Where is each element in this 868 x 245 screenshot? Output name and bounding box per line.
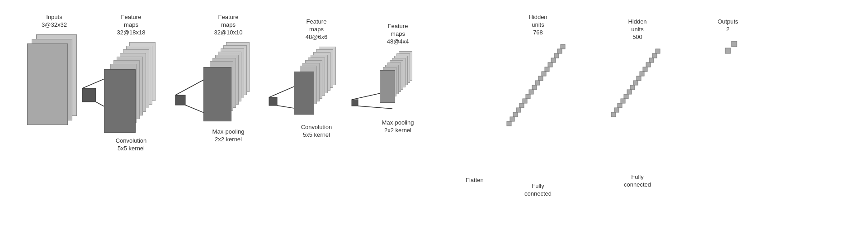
- svg-rect-17: [545, 67, 549, 72]
- fc1-label-top: Hiddenunits768: [528, 14, 547, 37]
- svg-rect-28: [510, 117, 514, 121]
- pool2-label-bottom: Max-pooling2x2 kernel: [382, 119, 414, 135]
- svg-rect-26: [516, 108, 521, 112]
- svg-rect-32: [649, 58, 654, 62]
- flatten-layer: Flatten: [466, 172, 484, 184]
- fc1-layer: Hiddenunits768: [506, 14, 570, 197]
- pool1-label-bottom: Max-pooling2x2 kernel: [212, 128, 245, 144]
- svg-rect-37: [633, 81, 638, 85]
- conv1-layer: Featuremaps32@18x18 Convolution5x5 kerne…: [104, 14, 158, 152]
- svg-rect-36: [637, 76, 641, 81]
- svg-rect-25: [519, 103, 524, 108]
- inputs-layer: Inputs3@32x32: [27, 14, 81, 125]
- conv1-label-bottom: Convolution5x5 kernel: [116, 137, 147, 153]
- svg-rect-42: [618, 103, 622, 108]
- fc2-units-svg: [610, 47, 665, 169]
- fc2-label-bottom: Fullyconnected: [624, 173, 651, 189]
- pool2-layer: Featuremaps48@4x4 Max-pooling2x2 kernel: [380, 23, 416, 134]
- conv2-layer: Featuremaps48@6x6 Convolution5x5 kernel: [294, 18, 339, 139]
- svg-rect-34: [643, 67, 647, 72]
- svg-rect-13: [557, 49, 562, 53]
- flatten-label: Flatten: [466, 177, 484, 184]
- pool2-label-top: Featuremaps48@4x4: [387, 23, 409, 46]
- fc1-label-bottom: Fullyconnected: [524, 183, 552, 198]
- svg-rect-22: [529, 90, 533, 94]
- svg-rect-16: [548, 62, 552, 67]
- svg-rect-9: [352, 100, 358, 106]
- svg-rect-14: [554, 53, 559, 58]
- outputs-units-svg: [714, 39, 741, 75]
- fc2-label-top: Hiddenunits500: [628, 18, 646, 41]
- svg-rect-15: [551, 58, 556, 62]
- svg-rect-31: [652, 53, 657, 58]
- svg-rect-43: [614, 108, 619, 112]
- pool2-map-1: [380, 70, 395, 103]
- svg-rect-29: [507, 121, 511, 126]
- svg-rect-30: [656, 49, 660, 53]
- pool1-label-top: Featuremaps32@10x10: [214, 14, 242, 37]
- svg-rect-45: [731, 41, 737, 47]
- conv1-label-top: Featuremaps32@18x18: [117, 14, 145, 37]
- svg-rect-39: [627, 90, 632, 94]
- pool1-layer: Featuremaps32@10x10 Max-pooling2x2 kerne…: [203, 14, 253, 143]
- svg-rect-24: [523, 99, 527, 103]
- svg-rect-41: [621, 99, 625, 103]
- fc1-units-svg: [506, 42, 570, 178]
- svg-rect-33: [646, 62, 651, 67]
- conv1-map-1: [104, 69, 136, 133]
- svg-rect-6: [269, 97, 277, 106]
- fc2-layer: Hiddenunits500 Fullyconnected: [610, 18, 665, 188]
- svg-rect-21: [532, 85, 537, 90]
- svg-rect-0: [82, 88, 96, 102]
- inputs-label-top: Inputs3@32x32: [42, 14, 67, 29]
- svg-rect-23: [526, 94, 530, 99]
- svg-rect-40: [624, 94, 628, 99]
- svg-rect-44: [611, 112, 616, 117]
- svg-rect-19: [538, 76, 543, 81]
- input-map-1: [27, 43, 68, 125]
- svg-rect-27: [513, 112, 518, 117]
- conv2-label-bottom: Convolution5x5 kernel: [301, 124, 332, 139]
- pool1-map-1: [203, 67, 231, 121]
- svg-rect-12: [561, 44, 565, 49]
- svg-rect-18: [542, 72, 546, 76]
- outputs-layer: Outputs2: [714, 18, 741, 75]
- svg-rect-38: [630, 85, 635, 90]
- svg-rect-46: [725, 48, 731, 53]
- svg-rect-35: [640, 72, 644, 76]
- outputs-label-top: Outputs2: [717, 18, 738, 34]
- svg-rect-20: [535, 81, 540, 85]
- conv2-label-top: Featuremaps48@6x6: [306, 18, 328, 41]
- conv2-map-1: [294, 72, 314, 115]
- svg-rect-3: [175, 95, 185, 105]
- diagram-container: Inputs3@32x32 Featuremaps32@18x18 Convol…: [0, 0, 868, 245]
